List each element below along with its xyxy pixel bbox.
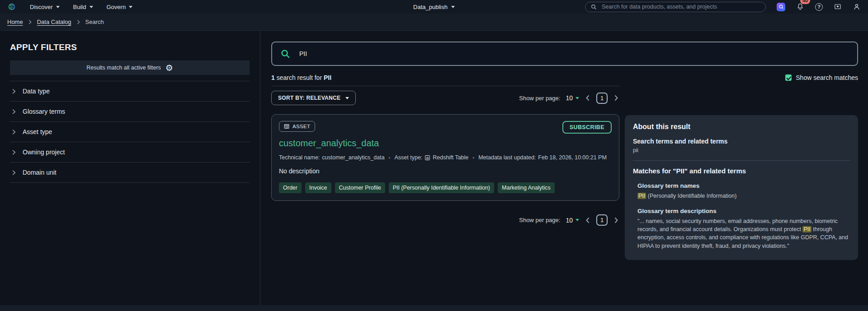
per-page-select[interactable]: 10 xyxy=(566,94,579,102)
chevron-right-icon xyxy=(11,88,17,94)
filter-match-mode-bar: Results match all active filters ⚙ xyxy=(10,60,250,75)
about-divider xyxy=(633,160,850,161)
asset-description: No description xyxy=(279,167,612,175)
previous-page-button[interactable] xyxy=(585,94,591,102)
filter-match-note: Results match all active filters xyxy=(86,65,161,71)
filter-group-glossary-terms[interactable]: Glossary terms xyxy=(10,101,250,121)
search-terms-value: pii xyxy=(633,147,850,153)
catalog-search-input[interactable] xyxy=(298,50,849,58)
subscribe-button[interactable]: SUBSCRIBE xyxy=(562,121,612,134)
matches-heading: Matches for "PII" and related terms xyxy=(633,167,850,175)
about-result-panel: About this result Search terms and relat… xyxy=(625,115,858,260)
search-terms-heading: Search terms and related terms xyxy=(633,138,850,145)
glossary-tag: PII (Personally Identifiable Information… xyxy=(389,182,494,193)
per-page-label: Show per page: xyxy=(519,95,560,102)
glossary-tags: Order Invoice Customer Profile PII (Pers… xyxy=(279,182,612,193)
checkbox-checked-icon[interactable] xyxy=(785,74,792,81)
highlighted-term: PII xyxy=(802,226,811,232)
filter-group-owning-project[interactable]: Owning project xyxy=(10,142,250,162)
nav-menu-build[interactable]: Build xyxy=(73,4,93,10)
dot-separator xyxy=(389,154,391,161)
asset-type-badge: ASSET xyxy=(279,121,315,132)
caret-down-icon xyxy=(345,97,349,99)
results-divider xyxy=(271,86,619,86)
per-page-label: Show per page: xyxy=(519,217,560,223)
asset-meta-row: Technical name: customer_analytics_data … xyxy=(279,154,612,161)
breadcrumb-current: Search xyxy=(85,19,104,25)
dot-separator xyxy=(472,154,474,161)
sort-by-button[interactable]: SORT BY: RELEVANCE xyxy=(271,91,356,105)
chevron-down-icon xyxy=(90,6,93,8)
breadcrumb-home[interactable]: Home xyxy=(7,19,23,25)
search-icon xyxy=(280,49,291,59)
filters-sidebar: APPLY FILTERS Results match all active f… xyxy=(0,31,260,311)
previous-page-button[interactable] xyxy=(585,217,591,224)
next-page-button[interactable] xyxy=(613,94,619,102)
filter-group-data-type[interactable]: Data type xyxy=(10,81,250,101)
filter-group-asset-type[interactable]: Asset type xyxy=(10,121,250,142)
asset-type-label: Asset type: xyxy=(394,154,422,161)
nav-menu-discover[interactable]: Discover xyxy=(30,4,60,10)
page-number-button[interactable]: 1 xyxy=(596,93,608,104)
pagination-top: Show per page: 10 1 xyxy=(519,93,619,104)
glossary-term-descriptions-heading: Glossary term descriptions xyxy=(637,208,850,214)
technical-name-label: Technical name: xyxy=(279,154,320,161)
user-profile-icon[interactable] xyxy=(853,3,861,11)
glossary-tag: Invoice xyxy=(305,182,331,193)
caret-down-icon xyxy=(576,219,579,221)
chevron-right-icon xyxy=(11,170,17,176)
asset-type-value: Redshift Table xyxy=(433,154,468,161)
glossary-tag: Marketing Analytics xyxy=(498,182,555,193)
redshift-table-icon xyxy=(425,155,430,161)
chevron-down-icon xyxy=(451,6,455,8)
catalog-search-box xyxy=(271,42,858,66)
project-switcher[interactable]: Data_publish xyxy=(413,4,455,10)
updated-value: Feb 18, 2026, 10:00:21 PM xyxy=(538,154,607,161)
notifications-button[interactable]: 40 xyxy=(796,3,804,11)
glossary-term-description-match: "... names, social security numbers, ema… xyxy=(637,217,850,250)
amazon-q-icon[interactable] xyxy=(777,3,785,11)
glossary-tag: Order xyxy=(279,182,302,193)
chevron-right-icon xyxy=(11,149,17,155)
global-search xyxy=(585,2,766,12)
app-logo-icon[interactable] xyxy=(7,2,16,11)
about-title: About this result xyxy=(633,123,850,131)
next-page-button[interactable] xyxy=(613,217,619,224)
chevron-right-icon xyxy=(11,129,17,135)
gear-icon[interactable]: ⚙ xyxy=(165,64,173,72)
chevron-down-icon xyxy=(129,6,132,8)
page-number-button[interactable]: 1 xyxy=(596,214,608,226)
chevron-right-icon xyxy=(76,19,80,25)
table-icon xyxy=(284,124,289,129)
search-result-card: ASSET SUBSCRIBE customer_analytics_data … xyxy=(271,114,619,201)
highlighted-term: PII xyxy=(637,193,646,199)
nav-menu-govern[interactable]: Govern xyxy=(107,4,133,10)
glossary-term-name-match: PII (Personally Identifiable Information… xyxy=(637,192,850,200)
updated-label: Metadata last updated: xyxy=(478,154,536,161)
filter-group-domain-unit[interactable]: Domain unit xyxy=(10,162,250,183)
help-icon[interactable] xyxy=(815,3,823,11)
technical-name-value: customer_analytics_data xyxy=(322,154,384,161)
global-search-input[interactable] xyxy=(601,3,760,10)
breadcrumb: Home Data Catalog Search xyxy=(0,14,868,31)
glossary-term-names-heading: Glossary term names xyxy=(637,182,850,189)
search-icon xyxy=(591,4,597,10)
caret-down-icon xyxy=(576,97,579,99)
notification-count-badge: 40 xyxy=(800,0,810,4)
show-search-matches-toggle[interactable]: Show search matches xyxy=(785,74,858,81)
footer-strip xyxy=(0,305,868,311)
pagination-bottom: Show per page: 10 1 xyxy=(519,214,619,226)
chevron-right-icon xyxy=(28,19,32,25)
chevron-right-icon xyxy=(11,109,17,115)
filters-title: APPLY FILTERS xyxy=(10,42,250,52)
glossary-tag: Customer Profile xyxy=(335,182,385,193)
chevron-down-icon xyxy=(56,6,60,8)
top-nav: Discover Build Govern Data_publish 40 xyxy=(0,0,868,14)
per-page-select[interactable]: 10 xyxy=(566,217,579,224)
asset-title-link[interactable]: customer_analytics_data xyxy=(279,138,379,149)
show-search-matches-label: Show search matches xyxy=(796,74,858,81)
results-summary: 1 search result for PII xyxy=(271,74,331,81)
breadcrumb-data-catalog[interactable]: Data Catalog xyxy=(37,19,71,25)
feedback-icon[interactable] xyxy=(834,3,842,11)
